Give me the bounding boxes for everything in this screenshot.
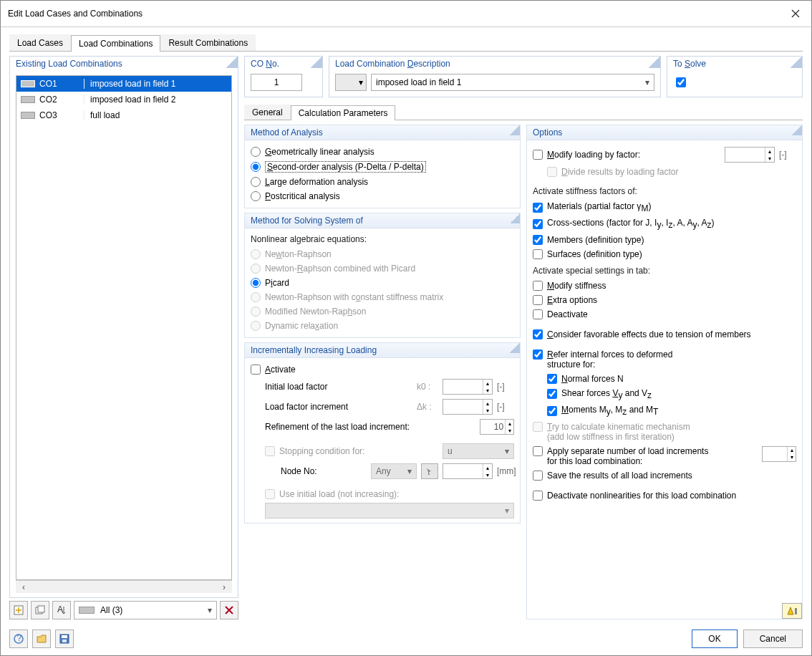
sort-button[interactable]: A	[52, 601, 71, 619]
stopping-condition-checkbox: Stopping condition for:u▾	[251, 441, 514, 461]
refer-deformed-checkbox[interactable]: Refer internal forces to deformedstructu…	[533, 347, 796, 372]
pick-node-button	[421, 463, 438, 479]
color-dropdown[interactable]: ▾	[335, 74, 367, 91]
node-no-dropdown: Any▾	[371, 463, 417, 479]
subtab-calc-params[interactable]: Calculation Parameters	[291, 105, 396, 120]
modify-loading-input: ▴▾	[725, 147, 775, 163]
special-settings-label: Activate special settings in tab:	[533, 264, 796, 279]
options-title: Options	[527, 125, 802, 140]
radio-nr-constant: Newton-Raphson with constant stiffness m…	[251, 290, 514, 304]
color-swatch	[21, 96, 35, 103]
tab-load-cases[interactable]: Load Cases	[9, 34, 71, 51]
list-item[interactable]: CO1 imposed load in field 1	[16, 76, 231, 92]
co-number-input[interactable]	[251, 74, 302, 91]
scroll-left-icon[interactable]: ‹	[19, 582, 29, 592]
main-tabs: Load Cases Load Combinations Result Comb…	[9, 34, 803, 52]
footer: ? OK Cancel	[1, 624, 811, 655]
radio-picard[interactable]: Picard	[251, 276, 514, 290]
radio-newton-raphson: Newton-Raphson	[251, 247, 514, 261]
titlebar: Edit Load Cases and Combinations	[1, 1, 811, 27]
close-button[interactable]	[787, 5, 804, 22]
to-solve-checkbox[interactable]	[676, 77, 686, 87]
use-initial-load-checkbox: Use initial load (not increasing):	[251, 487, 514, 501]
ok-button[interactable]: OK	[692, 630, 737, 648]
divide-results-checkbox: Divide results by loading factor	[533, 165, 796, 179]
radio-modified-nr: Modified Newton-Raphson	[251, 304, 514, 319]
separate-increments-checkbox[interactable]: Apply separate number of load increments…	[533, 444, 796, 468]
modify-loading-checkbox[interactable]: Modify loading by factor:▴▾[-]	[533, 145, 796, 165]
window-title: Edit Load Cases and Combinations	[8, 9, 142, 19]
radio-linear[interactable]: Geometrically linear analysis	[251, 145, 514, 159]
color-swatch	[21, 80, 35, 87]
cancel-button[interactable]: Cancel	[743, 630, 803, 648]
svg-rect-4	[795, 608, 797, 614]
filter-label: All (3)	[100, 605, 122, 615]
description-value: imposed load in field 1	[376, 77, 461, 87]
co-no-label: CO No.	[251, 59, 279, 69]
deactivate-nonlinearities-checkbox[interactable]: Deactivate nonlinearities for this load …	[533, 488, 796, 503]
materials-checkbox[interactable]: Materials (partial factor γM)	[533, 199, 796, 216]
activate-incremental-checkbox[interactable]: Activate	[251, 362, 514, 377]
duplicate-button[interactable]	[31, 601, 49, 619]
load-factor-increment-label: Load factor increment	[251, 402, 412, 412]
new-button[interactable]	[9, 601, 28, 619]
modify-stiffness-checkbox[interactable]: Modify stiffness	[533, 279, 796, 293]
initial-load-factor-label: Initial load factor	[251, 382, 412, 392]
kinematic-checkbox: Try to calculate kinematic mechanism(add…	[533, 420, 796, 444]
dialog-window: Edit Load Cases and Combinations Load Ca…	[0, 0, 812, 656]
radio-postcritical[interactable]: Postcritical analysis	[251, 189, 514, 203]
chevron-down-icon: ▾	[359, 77, 363, 87]
delete-button[interactable]	[220, 601, 238, 619]
node-value-input: ▴▾	[443, 463, 493, 479]
favorable-effects-checkbox[interactable]: Consider favorable effects due to tensio…	[533, 327, 796, 342]
color-swatch	[21, 112, 35, 119]
existing-combinations-title: Existing Load Combinations	[16, 59, 122, 69]
svg-rect-9	[62, 640, 67, 642]
save-button[interactable]	[55, 630, 74, 648]
svg-text:?: ?	[17, 634, 22, 643]
cross-sections-checkbox[interactable]: Cross-sections (factor for J, Iy, Iz, A,…	[533, 216, 796, 232]
list-item[interactable]: CO3 full load	[16, 107, 231, 123]
radio-second-order[interactable]: Second-order analysis (P-Delta / P-delta…	[251, 159, 514, 175]
solver-subtitle: Nonlinear algebraic equations:	[251, 233, 514, 247]
scroll-right-icon[interactable]: ›	[219, 582, 229, 592]
stiffness-factors-label: Activate stiffness factors of:	[533, 185, 796, 199]
separate-increments-input: ▴▾	[762, 446, 796, 462]
tab-load-combinations[interactable]: Load Combinations	[71, 35, 160, 52]
to-solve-title: To Solve	[673, 59, 706, 69]
initial-load-dropdown: ▾	[265, 503, 514, 518]
list-toolbar: A All (3) ▾	[9, 601, 238, 619]
deactivate-checkbox[interactable]: Deactivate	[533, 307, 796, 322]
chevron-down-icon: ▾	[208, 605, 212, 615]
node-no-label: Node No:	[281, 466, 367, 476]
recalculate-button[interactable]	[782, 603, 802, 619]
filter-dropdown[interactable]: All (3) ▾	[74, 601, 217, 619]
radio-large-deformation[interactable]: Large deformation analysis	[251, 175, 514, 189]
horizontal-scrollbar[interactable]: ‹ ›	[16, 580, 232, 593]
method-analysis-title: Method of Analysis	[245, 125, 520, 140]
solver-title: Method for Solving System of	[245, 213, 520, 228]
list-item[interactable]: CO2 imposed load in field 2	[16, 92, 231, 107]
combo-id: CO2	[39, 95, 57, 105]
tab-result-combinations[interactable]: Result Combinations	[160, 34, 256, 51]
combo-id: CO3	[39, 110, 57, 120]
save-results-checkbox[interactable]: Save the results of all load increments	[533, 468, 796, 483]
svg-text:A: A	[57, 605, 63, 614]
moments-checkbox[interactable]: Moments My, Mz and MT	[533, 402, 796, 419]
open-button[interactable]	[32, 630, 51, 648]
combination-list[interactable]: CO1 imposed load in field 1 CO2 imposed …	[16, 75, 232, 580]
help-button[interactable]: ?	[9, 630, 28, 648]
load-factor-increment-input: ▴▾	[443, 399, 493, 415]
radio-nr-picard: Newton-Raphson combined with Picard	[251, 261, 514, 276]
members-checkbox[interactable]: Members (definition type)	[533, 233, 796, 247]
refinement-label: Refinement of the last load increment:	[251, 422, 475, 432]
normal-forces-checkbox[interactable]: Normal forces N	[533, 372, 796, 386]
surfaces-checkbox[interactable]: Surfaces (definition type)	[533, 247, 796, 261]
shear-forces-checkbox[interactable]: Shear forces Vy and Vz	[533, 386, 796, 402]
chevron-down-icon: ▾	[645, 77, 649, 87]
description-input[interactable]: imposed load in field 1 ▾	[371, 74, 654, 91]
svg-rect-8	[62, 635, 67, 638]
incremental-title: Incrementally Increasing Loading	[245, 343, 520, 358]
extra-options-checkbox[interactable]: Extra options	[533, 293, 796, 307]
subtab-general[interactable]: General	[244, 105, 291, 120]
